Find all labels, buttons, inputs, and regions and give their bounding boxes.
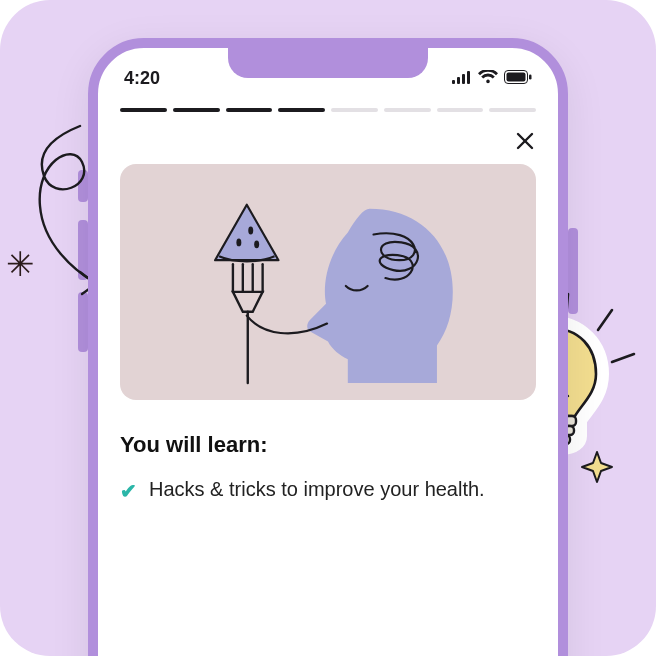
asterisk-decoration: ✳ [6, 244, 34, 284]
progress-segment [489, 108, 536, 112]
learn-section: You will learn: ✔ Hacks & tricks to impr… [120, 432, 536, 506]
battery-icon [504, 68, 532, 89]
status-time: 4:20 [124, 68, 160, 89]
svg-rect-13 [507, 72, 526, 81]
svg-line-3 [598, 310, 612, 330]
status-bar: 4:20 [98, 48, 558, 92]
promo-canvas: ✳ [0, 0, 656, 656]
progress-segment [437, 108, 484, 112]
learn-title: You will learn: [120, 432, 536, 458]
progress-segment [384, 108, 431, 112]
close-icon[interactable] [514, 130, 536, 152]
svg-rect-14 [529, 74, 532, 79]
progress-segment [173, 108, 220, 112]
progress-segment [120, 108, 167, 112]
progress-segment [331, 108, 378, 112]
svg-point-18 [248, 227, 253, 235]
sparkle-decoration [580, 450, 614, 488]
phone-frame: 4:20 [88, 38, 568, 656]
cellular-icon [452, 68, 472, 89]
progress-bar [120, 108, 536, 112]
check-icon: ✔ [120, 476, 137, 506]
learn-item-text: Hacks & tricks to improve your health. [149, 474, 485, 506]
svg-point-19 [254, 240, 259, 248]
wifi-icon [478, 68, 498, 89]
progress-segment [226, 108, 273, 112]
svg-rect-9 [457, 77, 460, 84]
svg-rect-11 [467, 71, 470, 84]
svg-rect-10 [462, 74, 465, 84]
svg-rect-8 [452, 80, 455, 84]
screen-content: You will learn: ✔ Hacks & tricks to impr… [98, 102, 558, 506]
svg-point-17 [236, 238, 241, 246]
hero-illustration [120, 164, 536, 400]
phone-volume-down [78, 292, 88, 352]
svg-line-4 [612, 354, 634, 362]
progress-segment [278, 108, 325, 112]
learn-item: ✔ Hacks & tricks to improve your health. [120, 474, 536, 506]
status-indicators [452, 68, 532, 89]
